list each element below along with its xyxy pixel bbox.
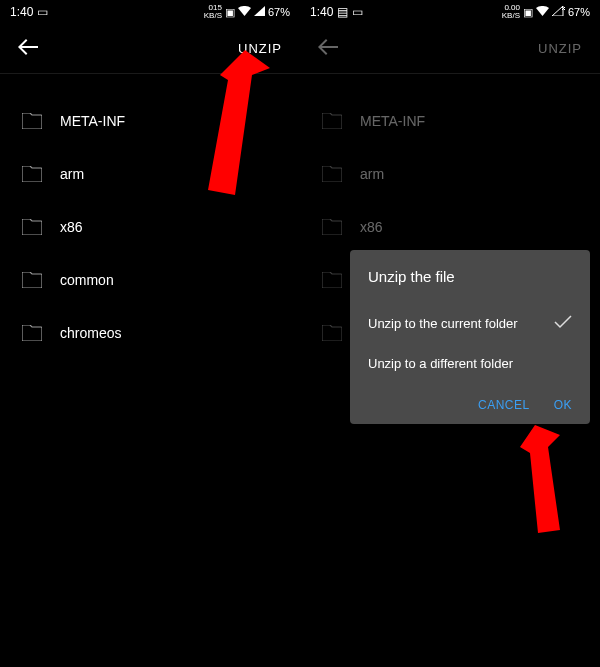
dialog-actions: CANCEL OK — [368, 398, 572, 412]
folder-label: common — [60, 272, 114, 288]
folder-icon — [22, 219, 42, 235]
status-right: 015KB/S ▣ 67% — [204, 4, 290, 20]
folder-item[interactable]: META-INF — [300, 94, 600, 147]
check-icon — [554, 313, 572, 335]
folder-item[interactable]: arm — [300, 147, 600, 200]
folder-item[interactable]: x86 — [0, 200, 300, 253]
folder-item[interactable]: arm — [0, 147, 300, 200]
folder-label: META-INF — [360, 113, 425, 129]
folder-icon — [22, 113, 42, 129]
status-media-icon: ▭ — [352, 5, 363, 19]
battery-text: 67% — [268, 6, 290, 18]
unzip-dialog: Unzip the file Unzip to the current fold… — [350, 250, 590, 424]
folder-item[interactable]: META-INF — [0, 94, 300, 147]
screen-left: 1:40 ▭ 015KB/S ▣ 67% UNZIP — [0, 0, 300, 667]
folder-icon — [322, 166, 342, 182]
folder-icon — [322, 113, 342, 129]
folder-label: arm — [360, 166, 384, 182]
header: UNZIP — [300, 24, 600, 74]
signal-icon — [254, 6, 265, 18]
status-time: 1:40 — [10, 5, 33, 19]
dialog-option-different[interactable]: Unzip to a different folder — [368, 345, 572, 383]
wifi-icon — [536, 6, 549, 18]
folder-label: x86 — [360, 219, 383, 235]
battery-text: 67% — [568, 6, 590, 18]
dialog-title: Unzip the file — [368, 268, 572, 285]
folder-label: x86 — [60, 219, 83, 235]
header: UNZIP — [0, 24, 300, 74]
status-media-icon: ▭ — [37, 5, 48, 19]
nfc-icon: ▣ — [225, 6, 235, 19]
folder-icon — [22, 272, 42, 288]
dialog-option-current[interactable]: Unzip to the current folder — [368, 303, 572, 345]
back-button[interactable] — [318, 37, 338, 60]
folder-item[interactable]: x86 — [300, 200, 600, 253]
wifi-icon — [238, 6, 251, 18]
folder-icon — [322, 325, 342, 341]
status-bar: 1:40 ▭ 015KB/S ▣ 67% — [0, 0, 300, 24]
signal-no-icon — [552, 6, 565, 18]
folder-list: META-INF arm x86 common chromeos — [0, 74, 300, 379]
folder-icon — [322, 272, 342, 288]
back-button[interactable] — [18, 37, 38, 60]
status-bar: 1:40 ▤ ▭ 0.00KB/S ▣ 67% — [300, 0, 600, 24]
folder-label: arm — [60, 166, 84, 182]
folder-label: chromeos — [60, 325, 121, 341]
unzip-button[interactable]: UNZIP — [238, 41, 282, 56]
status-right: 0.00KB/S ▣ 67% — [502, 4, 590, 20]
nfc-icon: ▣ — [523, 6, 533, 19]
status-picture-icon: ▤ — [337, 5, 348, 19]
status-left: 1:40 ▭ — [10, 5, 48, 19]
status-kbs: 0.00KB/S — [502, 4, 520, 20]
cancel-button[interactable]: CANCEL — [478, 398, 530, 412]
dialog-option-label: Unzip to a different folder — [368, 355, 513, 373]
screen-right: 1:40 ▤ ▭ 0.00KB/S ▣ 67% UNZIP — [300, 0, 600, 667]
status-left: 1:40 ▤ ▭ — [310, 5, 363, 19]
folder-icon — [22, 325, 42, 341]
folder-icon — [322, 219, 342, 235]
folder-item[interactable]: common — [0, 253, 300, 306]
unzip-button[interactable]: UNZIP — [538, 41, 582, 56]
folder-item[interactable]: chromeos — [0, 306, 300, 359]
folder-label: META-INF — [60, 113, 125, 129]
dialog-option-label: Unzip to the current folder — [368, 315, 518, 333]
ok-button[interactable]: OK — [554, 398, 572, 412]
folder-icon — [22, 166, 42, 182]
status-kbs: 015KB/S — [204, 4, 222, 20]
status-time: 1:40 — [310, 5, 333, 19]
